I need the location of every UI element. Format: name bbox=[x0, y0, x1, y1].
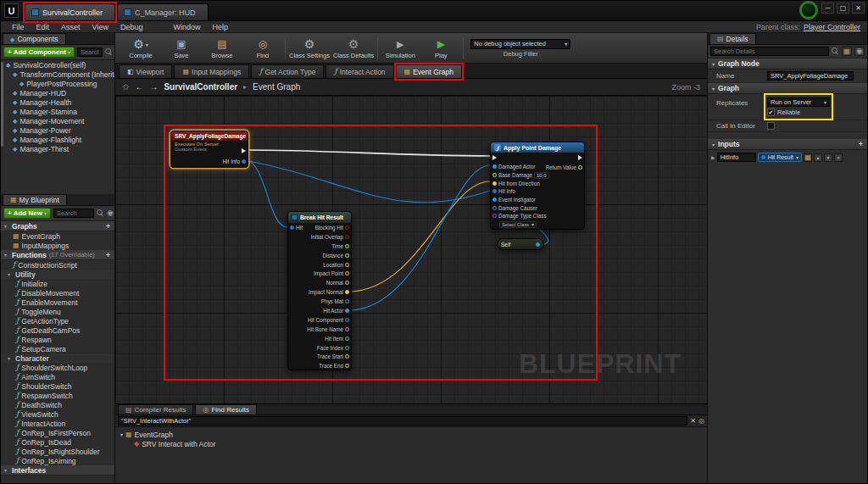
component-tree-item[interactable]: Manager-HUD bbox=[1, 88, 114, 97]
my-blueprint-tab[interactable]: My Blueprint bbox=[3, 194, 67, 205]
graph-section-header[interactable]: ▾ Graph bbox=[708, 83, 867, 94]
my-blueprint-row[interactable]: ▾ InputMappings bbox=[1, 241, 114, 250]
data-pin[interactable] bbox=[492, 164, 497, 169]
wire-hitinfo-to-break[interactable] bbox=[245, 160, 287, 227]
toolbar-button[interactable] bbox=[285, 37, 286, 59]
result-child-row[interactable]: SRV Interact with Actor bbox=[120, 439, 707, 448]
toolbar-button[interactable] bbox=[463, 37, 464, 59]
add-new-button[interactable]: + Add New ▾ bbox=[3, 208, 51, 219]
node-apply-point-damage[interactable]: ƒ Apply Point Damage Return Value Damage… bbox=[490, 142, 585, 230]
menu-item[interactable]: Asset bbox=[55, 23, 86, 31]
graph-document-tab[interactable]: Event Graph bbox=[396, 64, 462, 78]
my-blueprint-row[interactable]: ▾ GetActionType bbox=[1, 316, 114, 325]
data-pin[interactable] bbox=[492, 206, 497, 210]
data-pin[interactable] bbox=[345, 235, 349, 239]
components-search-input[interactable] bbox=[77, 47, 103, 57]
component-tree-item[interactable]: Manager-Stamina bbox=[1, 107, 114, 116]
my-blueprint-row[interactable]: ▾ OnRep_IsRightShoulder bbox=[1, 447, 114, 456]
my-blueprint-row[interactable]: ▾ EnableMovement bbox=[1, 298, 114, 307]
graph-node-section-header[interactable]: ▾ Graph Node bbox=[708, 58, 867, 70]
view-options-icon[interactable] bbox=[107, 209, 114, 217]
toolbar-button[interactable]: ▾ Compile bbox=[122, 34, 159, 63]
component-tree-item[interactable]: Manager-Health bbox=[1, 97, 114, 107]
add-item-button[interactable]: + bbox=[106, 222, 114, 231]
toolbar-button[interactable]: Class Settings bbox=[289, 34, 330, 63]
wire-hit-actor[interactable] bbox=[352, 165, 490, 310]
add-component-button[interactable]: + Add Component ▾ bbox=[3, 47, 75, 58]
data-pin[interactable] bbox=[345, 263, 349, 267]
navigate-forward-icon[interactable]: → bbox=[149, 82, 158, 92]
menu-item[interactable]: Window bbox=[167, 23, 206, 31]
data-pin[interactable] bbox=[345, 337, 349, 341]
menu-item[interactable]: File bbox=[6, 23, 31, 31]
my-blueprint-row[interactable]: ▾ SetupCamera bbox=[1, 344, 114, 353]
my-blueprint-row[interactable]: ▾ Respawn bbox=[1, 335, 114, 344]
pin-default-value[interactable]: 10.0 bbox=[534, 172, 549, 179]
my-blueprint-row[interactable]: ▾ OnRep_IsFirstPerson bbox=[1, 428, 114, 437]
details-search-input[interactable] bbox=[710, 47, 829, 56]
toolbar-button[interactable] bbox=[377, 37, 378, 59]
data-pin[interactable] bbox=[492, 181, 497, 186]
menu-item[interactable]: Edit bbox=[31, 23, 56, 31]
window-tab[interactable]: C_Manager: HUD bbox=[117, 3, 209, 20]
component-tree-item[interactable]: Manager-Movement bbox=[1, 116, 114, 125]
close-button[interactable]: ✕ bbox=[852, 3, 865, 14]
data-pin[interactable] bbox=[345, 309, 349, 313]
component-tree-item[interactable]: Manager-Flashlight bbox=[1, 135, 114, 144]
data-pin[interactable] bbox=[345, 271, 349, 275]
components-scrollbar[interactable] bbox=[1, 62, 3, 147]
data-pin[interactable] bbox=[345, 253, 349, 258]
my-blueprint-row[interactable]: ▾ Interfaces bbox=[1, 465, 114, 476]
my-blueprint-row[interactable]: ▾ ViewSwitch bbox=[1, 409, 114, 419]
my-blueprint-row[interactable]: ▾ Initialize bbox=[1, 279, 114, 288]
results-tab[interactable]: Find Results bbox=[195, 404, 256, 414]
data-pin[interactable] bbox=[492, 214, 497, 218]
graph-document-tab[interactable]: Viewport bbox=[119, 64, 172, 78]
my-blueprint-row[interactable]: ▾ Functions (17 Overridable) + bbox=[1, 250, 114, 260]
property-matrix-icon[interactable] bbox=[842, 47, 852, 56]
data-pin[interactable] bbox=[345, 354, 349, 359]
display-filter-icon[interactable] bbox=[854, 47, 865, 56]
maximize-button[interactable]: ▢ bbox=[837, 3, 849, 14]
data-pin[interactable] bbox=[345, 299, 349, 303]
component-tree-item[interactable]: Manager-Thirst bbox=[1, 144, 114, 153]
move-down-icon[interactable]: ▼ bbox=[824, 153, 832, 162]
my-blueprint-row[interactable]: ▾ Utility bbox=[1, 270, 114, 279]
my-blueprint-row[interactable]: ▾ OnRep_IsAiming bbox=[1, 456, 114, 465]
struct-pin[interactable] bbox=[290, 225, 294, 230]
data-pin[interactable] bbox=[345, 364, 349, 368]
bookmark-star-icon[interactable]: ✩ bbox=[122, 82, 129, 92]
menu-item[interactable]: Help bbox=[206, 23, 234, 31]
replicates-dropdown[interactable]: Run on Server ▾ bbox=[767, 97, 830, 107]
data-pin[interactable] bbox=[492, 173, 497, 177]
toolbar-button[interactable]: Simulation bbox=[381, 34, 419, 63]
data-pin[interactable] bbox=[345, 327, 349, 331]
select-class-dropdown[interactable]: Select Class ▾ bbox=[499, 221, 537, 228]
graph-document-tab[interactable]: Interact Action bbox=[326, 64, 393, 78]
toolbar-button[interactable]: Save bbox=[163, 34, 200, 63]
component-tree-item[interactable]: Manager-Power bbox=[1, 125, 114, 135]
my-blueprint-row[interactable]: ▾ AimSwitch bbox=[1, 372, 114, 381]
navigate-back-icon[interactable]: ← bbox=[135, 82, 143, 92]
data-pin[interactable] bbox=[345, 244, 349, 248]
reliable-checkbox[interactable] bbox=[767, 108, 775, 116]
my-blueprint-row[interactable]: ▾ OnRep_IsDead bbox=[1, 437, 114, 447]
node-self[interactable]: Self bbox=[497, 238, 544, 250]
my-blueprint-row[interactable]: ▾ GetDeathCamPos bbox=[1, 325, 114, 335]
toolbar-button[interactable]: Browse bbox=[203, 34, 241, 63]
my-blueprint-row[interactable]: ▾ InteractAction bbox=[1, 419, 114, 428]
toolbar-button[interactable]: Find bbox=[244, 34, 281, 63]
clear-search-icon[interactable]: ✕ bbox=[690, 417, 696, 425]
wire-hitinfo-to-damage[interactable] bbox=[245, 160, 490, 203]
my-blueprint-row[interactable]: ▾ Graphs + bbox=[1, 221, 114, 231]
data-pin[interactable] bbox=[345, 225, 349, 230]
my-blueprint-row[interactable]: ▾ ConstructionScript bbox=[1, 260, 114, 270]
menu-item[interactable]: Debug bbox=[114, 23, 149, 31]
my-blueprint-row[interactable]: ▾ Character bbox=[1, 353, 114, 363]
components-tab[interactable]: Components bbox=[3, 33, 66, 44]
my-blueprint-row[interactable]: ▾ ShoulderSwitch bbox=[1, 381, 114, 391]
my-blueprint-search-input[interactable] bbox=[53, 209, 94, 218]
toolbar-button[interactable]: Class Defaults bbox=[333, 34, 374, 63]
data-pin[interactable] bbox=[345, 281, 349, 285]
window-tab[interactable]: SurvivalController bbox=[25, 3, 115, 20]
